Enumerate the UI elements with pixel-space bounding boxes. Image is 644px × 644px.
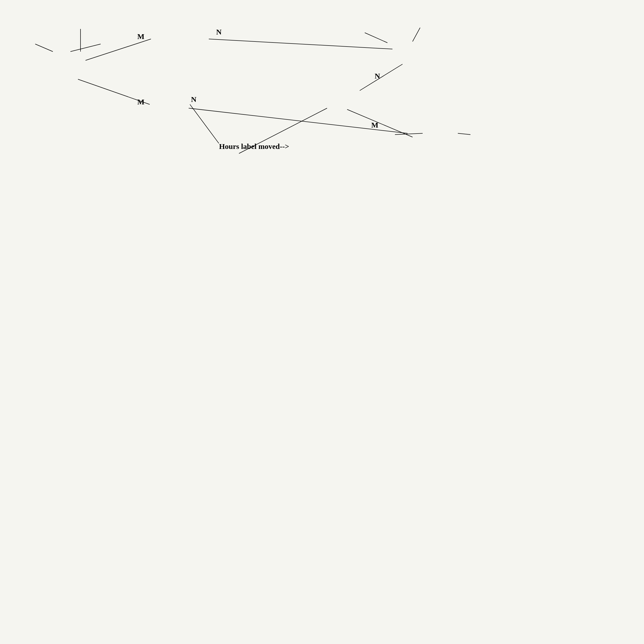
svg-text:Hours label moved-->
  
  

  : Hours label moved--> 1 N N 1 N 1 M N: [219, 142, 289, 150]
er-diagram: M N M N N M Hours label moved--> 1 N N 1…: [0, 0, 644, 644]
svg-text:N: N: [191, 95, 196, 103]
svg-text:M: M: [371, 121, 378, 129]
svg-text:N: N: [216, 28, 222, 36]
svg-text:M: M: [137, 32, 144, 41]
svg-rect-0: [0, 0, 644, 644]
svg-text:N: N: [375, 72, 380, 80]
svg-text:M: M: [137, 98, 144, 106]
